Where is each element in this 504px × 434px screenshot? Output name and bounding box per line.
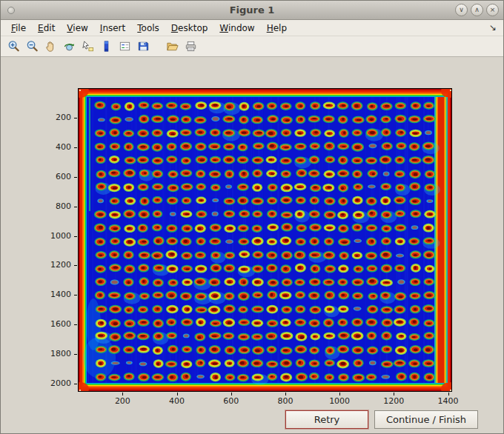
y-tick-label: 400 <box>40 142 71 152</box>
figure-window: Figure 1 ∨∧× FileEditViewInsertToolsDesk… <box>0 0 504 434</box>
maximize-button[interactable]: ∧ <box>471 4 483 16</box>
data-cursor-icon[interactable] <box>79 39 96 55</box>
figure-area: Retry Continue / Finish 2004006008001000… <box>1 58 503 433</box>
open-icon[interactable] <box>164 39 180 55</box>
x-tick-label: 200 <box>115 396 130 406</box>
rotate-3d-icon[interactable] <box>61 39 77 55</box>
x-tick-label: 400 <box>169 396 185 406</box>
y-tick <box>74 236 77 237</box>
menu-file[interactable]: File <box>5 21 32 36</box>
y-tick <box>74 207 77 207</box>
window-menu-icon[interactable] <box>7 7 15 14</box>
y-tick <box>74 177 77 178</box>
x-tick-label: 1000 <box>329 396 350 406</box>
menu-help[interactable]: Help <box>261 21 293 36</box>
continue-finish-button[interactable]: Continue / Finish <box>374 410 478 429</box>
y-tick-label: 1400 <box>40 290 71 299</box>
y-tick-label: 1200 <box>40 260 71 270</box>
y-tick-label: 1800 <box>40 349 71 358</box>
x-tick-label: 600 <box>223 396 239 406</box>
menubar-items: FileEditViewInsertToolsDesktopWindowHelp <box>5 21 293 36</box>
y-tick <box>74 265 77 266</box>
window-title: Figure 1 <box>1 4 503 16</box>
menubar: FileEditViewInsertToolsDesktopWindowHelp… <box>1 20 503 36</box>
save-icon[interactable] <box>135 39 151 55</box>
x-tick-label: 1200 <box>383 396 404 406</box>
menu-insert[interactable]: Insert <box>94 21 131 36</box>
y-tick <box>74 147 77 148</box>
x-tick <box>394 393 394 395</box>
y-tick <box>74 295 77 296</box>
y-tick-label: 2000 <box>40 378 71 388</box>
zoom-out-icon[interactable] <box>24 39 40 55</box>
y-tick-label: 800 <box>40 201 71 211</box>
toolbar <box>1 36 503 57</box>
x-tick-label: 1400 <box>438 396 459 406</box>
menu-window[interactable]: Window <box>213 21 260 36</box>
x-tick-label: 800 <box>277 396 293 406</box>
menu-desktop[interactable]: Desktop <box>165 21 214 36</box>
y-tick <box>74 324 77 325</box>
y-tick <box>74 118 77 118</box>
y-tick-label: 1000 <box>40 231 71 241</box>
plot-axes <box>78 88 452 392</box>
y-tick-label: 200 <box>40 113 71 122</box>
menu-view[interactable]: View <box>61 21 93 36</box>
toolbar-separator <box>153 39 162 55</box>
x-tick <box>339 393 340 395</box>
y-tick <box>74 384 77 384</box>
dock-figure-icon[interactable]: ↘ <box>489 22 497 33</box>
zoom-in-icon[interactable] <box>5 39 21 55</box>
close-button[interactable]: × <box>486 4 499 16</box>
print-icon[interactable] <box>182 39 199 55</box>
x-tick <box>122 393 123 395</box>
x-tick <box>231 393 232 395</box>
shade-button[interactable]: ∨ <box>455 4 468 16</box>
menu-tools[interactable]: Tools <box>131 21 165 36</box>
pan-icon[interactable] <box>42 39 59 55</box>
y-tick-label: 1600 <box>40 319 71 329</box>
menu-edit[interactable]: Edit <box>32 21 61 36</box>
titlebar[interactable]: Figure 1 ∨∧× <box>1 1 503 20</box>
insert-colorbar-icon[interactable] <box>98 39 114 55</box>
x-tick <box>177 393 178 395</box>
microarray-image[interactable] <box>79 89 451 391</box>
retry-button[interactable]: Retry <box>285 410 368 429</box>
insert-legend-icon[interactable] <box>116 39 133 55</box>
y-tick-label: 600 <box>40 172 71 181</box>
y-tick <box>74 354 77 355</box>
window-controls: ∨∧× <box>455 4 499 16</box>
x-tick <box>285 393 286 395</box>
x-tick <box>448 393 449 395</box>
